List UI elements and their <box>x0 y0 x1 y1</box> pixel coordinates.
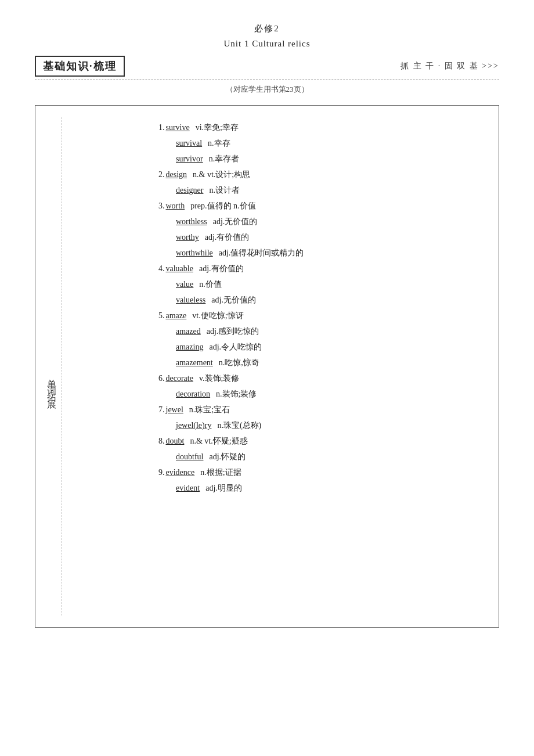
vocab-word: doubt <box>166 437 185 446</box>
vocab-word: designer <box>176 186 203 195</box>
vocab-number: 4. <box>158 264 165 273</box>
banner-right: 抓 主 干 · 固 双 基 >>> <box>400 61 499 71</box>
vocab-word: survival <box>176 139 202 148</box>
vocab-word: design <box>166 170 187 179</box>
vocab-def: v.装饰;装修 <box>199 373 239 384</box>
vocab-word: amazement <box>176 358 213 368</box>
vocab-row: worthyadj.有价值的 <box>80 232 481 243</box>
vocab-row: worthlessadj.无价值的 <box>80 217 481 227</box>
vocab-word: jewel <box>166 405 183 415</box>
vocab-def: n.吃惊,惊奇 <box>219 358 259 368</box>
vocab-def: adj.有价值的 <box>205 232 250 243</box>
vocab-def: n.珠宝(总称) <box>217 420 261 431</box>
vocab-word: worthwhile <box>176 249 213 258</box>
vocab-word: valuable <box>166 264 193 273</box>
vocab-row: jewel(le)ryn.珠宝(总称) <box>80 420 481 431</box>
vocab-row: 9.evidencen.根据;证据 <box>80 467 481 478</box>
vocab-row: valuelessadj.无价值的 <box>80 295 481 305</box>
vocab-def: n.价值 <box>199 279 222 290</box>
unit-title: Unit 1 Cultural relics <box>35 39 499 49</box>
vocab-row: decorationn.装饰;装修 <box>80 389 481 399</box>
vocab-word: decorate <box>166 374 193 383</box>
vocab-def: n.根据;证据 <box>200 467 241 478</box>
vocab-row: valuen.价值 <box>80 279 481 290</box>
vocab-row: survivaln.幸存 <box>80 138 481 149</box>
vocab-word: worthy <box>176 233 199 242</box>
banner-left: 基础知识·梳理 <box>35 56 125 77</box>
vocab-word: survive <box>166 123 190 132</box>
vocab-number: 6. <box>158 374 165 383</box>
vocab-row: 1.survivevi.幸免;幸存 <box>80 123 481 133</box>
sidebar-char-4: 展 <box>42 393 61 396</box>
vocab-row: evidentadj.明显的 <box>80 483 481 494</box>
vocab-row: 5.amazevt.使吃惊;惊讶 <box>80 311 481 321</box>
vocab-def: n.& vt.设计;构思 <box>193 170 250 180</box>
vocab-word: survivor <box>176 154 203 164</box>
vocab-def: adj.有价值的 <box>199 264 244 274</box>
vocab-def: adj.令人吃惊的 <box>209 342 262 352</box>
vocab-row: 8.doubtn.& vt.怀疑;疑惑 <box>80 436 481 447</box>
vocab-def: vt.使吃惊;惊讶 <box>192 311 243 321</box>
subtitle: （对应学生用书第23页） <box>35 84 499 95</box>
page-title: 必修2 <box>35 23 499 34</box>
vocab-word: valueless <box>176 296 205 305</box>
vocab-def: adj.明显的 <box>205 483 242 494</box>
vocab-number: 7. <box>158 405 165 415</box>
vocab-word: amazed <box>176 327 201 336</box>
vocab-word: worth <box>166 201 185 211</box>
main-box: 单 词 拓 展 1.survivevi.幸免;幸存survivaln.幸存sur… <box>35 105 499 628</box>
vocab-def: n.珠宝;宝石 <box>189 405 230 415</box>
vocab-row: doubtfuladj.怀疑的 <box>80 452 481 462</box>
vocab-row: 7.jeweln.珠宝;宝石 <box>80 405 481 415</box>
vocab-number: 2. <box>158 170 165 179</box>
vocab-row: amazedadj.感到吃惊的 <box>80 326 481 337</box>
vocab-word: value <box>176 280 193 289</box>
vocab-number: 8. <box>158 437 165 446</box>
vocab-word: evident <box>176 484 200 493</box>
vocab-word: worthless <box>176 217 207 226</box>
vocab-def: vi.幸免;幸存 <box>196 123 239 133</box>
sidebar-char-3: 拓 <box>42 386 61 389</box>
vocab-row: amazingadj.令人吃惊的 <box>80 342 481 352</box>
vocab-row: 6.decoratev.装饰;装修 <box>80 373 481 384</box>
vocab-def: adj.值得花时间或精力的 <box>219 248 304 258</box>
vocab-row: designern.设计者 <box>80 185 481 196</box>
vocab-def: adj.感到吃惊的 <box>207 326 259 337</box>
vocab-row: 2.designn.& vt.设计;构思 <box>80 170 481 180</box>
sidebar-label: 单 词 拓 展 <box>41 117 62 615</box>
vocab-def: n.幸存 <box>208 138 230 149</box>
vocab-def: adj.怀疑的 <box>209 452 246 462</box>
vocab-def: prep.值得的 n.价值 <box>190 201 255 211</box>
vocab-row: worthwhileadj.值得花时间或精力的 <box>80 248 481 258</box>
vocab-number: 5. <box>158 311 165 321</box>
vocab-def: adj.无价值的 <box>213 217 258 227</box>
vocab-word: evidence <box>166 468 195 477</box>
sidebar-char-1: 单 <box>42 372 61 375</box>
vocab-word: decoration <box>176 390 210 399</box>
vocab-number: 1. <box>158 123 165 132</box>
vocab-word: amazing <box>176 343 203 352</box>
vocab-def: adj.无价值的 <box>211 295 256 305</box>
sidebar-char-2: 词 <box>42 379 61 382</box>
vocab-def: n.幸存者 <box>209 154 240 164</box>
vocab-word: jewel(le)ry <box>176 421 211 430</box>
vocab-row: amazementn.吃惊,惊奇 <box>80 358 481 368</box>
vocab-def: n.& vt.怀疑;疑惑 <box>190 436 247 447</box>
vocab-row: 3.worthprep.值得的 n.价值 <box>80 201 481 211</box>
vocab-def: n.设计者 <box>209 185 240 196</box>
vocab-number: 9. <box>158 468 165 477</box>
vocab-word: amaze <box>166 311 187 321</box>
vocab-word: doubtful <box>176 452 203 462</box>
section-banner: 基础知识·梳理 抓 主 干 · 固 双 基 >>> <box>35 56 499 80</box>
vocab-number: 3. <box>158 201 165 211</box>
vocab-def: n.装饰;装修 <box>216 389 257 399</box>
vocab-row: survivorn.幸存者 <box>80 154 481 164</box>
vocab-row: 4.valuableadj.有价值的 <box>80 264 481 274</box>
content-area: 1.survivevi.幸免;幸存survivaln.幸存survivorn.幸… <box>68 117 493 615</box>
